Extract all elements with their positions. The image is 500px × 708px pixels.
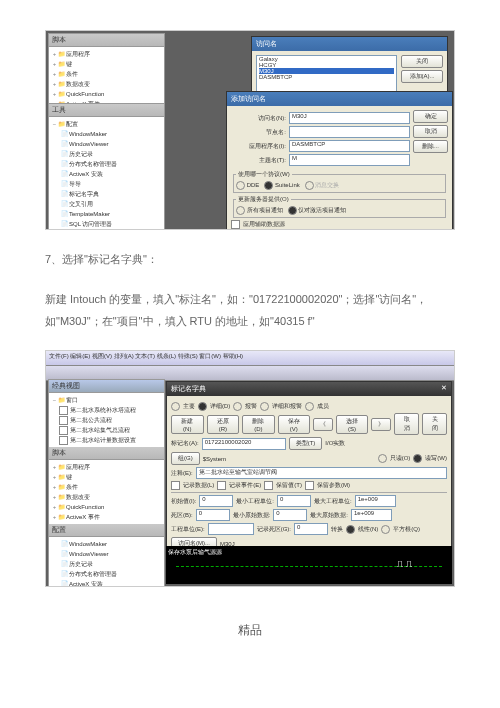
screenshot-1: · · · · · · · ·· · · · · · · · 脚本 +📁应用程序… — [45, 30, 455, 230]
select-button[interactable]: 选择(S) — [336, 415, 368, 434]
minraw-input[interactable]: 0 — [273, 509, 307, 521]
label: I/O实数 — [325, 439, 345, 448]
scripts-tree-2[interactable]: +📁应用程序 +📁键 +📁条件 +📁数据改变 +📁QuickFunction +… — [49, 460, 164, 524]
sqrt-radio[interactable] — [381, 525, 390, 534]
maxeu-input[interactable]: 1e+009 — [355, 495, 396, 507]
label: 更新服务器提供(O) — [236, 195, 291, 204]
tab-both-radio[interactable] — [260, 402, 269, 411]
instruction-text: 新建 Intouch 的变量，填入"标注名"，如："01722100002020… — [45, 288, 455, 332]
initval-input[interactable]: 0 — [199, 495, 233, 507]
poll-checkbox[interactable] — [231, 220, 240, 229]
screenshot-2: 文件(F) 编辑(E) 视图(V) 排列(A) 文本(T) 线条(L) 特殊(S… — [45, 350, 455, 587]
topic-input[interactable]: M — [289, 154, 410, 166]
engu-input[interactable] — [208, 523, 254, 535]
cancel-button[interactable]: 取消 — [413, 125, 448, 138]
lin-radio[interactable] — [346, 525, 355, 534]
logdata-check[interactable] — [171, 481, 180, 490]
label: 应用程序名(I): — [231, 142, 286, 151]
comment-input[interactable]: 第二批水站至输气室站调节阀 — [196, 467, 447, 479]
msgex-radio[interactable] — [305, 181, 314, 190]
active-radio[interactable] — [288, 206, 297, 215]
close-button[interactable]: 关闭 — [401, 55, 443, 68]
config-tree-2[interactable]: 📄WindowMaker 📄WindowViewer 📄历史记录 📄分布式名称管… — [49, 537, 164, 587]
add-access-dialog: 添加访问名 访问名(N):M30J 节点名: 应用程序名(I):DASMBTCP… — [226, 91, 453, 230]
ro-radio[interactable] — [378, 454, 387, 463]
label: 标记名(A): — [171, 439, 199, 448]
scripts-title: 脚本 — [49, 447, 164, 460]
label: 主题名(T): — [231, 156, 286, 165]
group-button[interactable]: 组(G) — [171, 452, 200, 465]
suitelink-radio[interactable] — [264, 181, 273, 190]
footer: 精品 — [45, 622, 455, 639]
next-button[interactable]: 》 — [371, 418, 391, 431]
label: $System — [203, 456, 226, 462]
accessname-input[interactable]: M30J — [289, 112, 410, 124]
scripts-panel-title: 脚本 — [49, 34, 164, 47]
tab-alarm-radio[interactable] — [233, 402, 242, 411]
label: 访问名(N): — [231, 114, 286, 123]
label: SuiteLink — [275, 182, 300, 188]
access-name-title: 访问名 — [252, 37, 447, 51]
label: 节点名: — [231, 128, 286, 137]
tab-member-radio[interactable] — [305, 402, 314, 411]
label: 使用哪一个协议(W) — [236, 170, 292, 179]
close-icon[interactable]: ✕ — [441, 384, 447, 392]
tab-detail-radio[interactable] — [198, 402, 207, 411]
app-input[interactable]: DASMBTCP — [289, 140, 410, 152]
tag-dict-title: 标记名字典✕ — [167, 382, 451, 396]
label: 所有项目通知 — [247, 207, 283, 213]
new-button[interactable]: 新建(N) — [171, 415, 204, 434]
list-item[interactable]: DASMBTCP — [259, 74, 394, 80]
label: 仅对激活项目通知 — [298, 207, 346, 213]
add-access-title: 添加访问名 — [227, 92, 452, 106]
step-text: 7、选择"标记名字典"： — [45, 248, 455, 270]
tools-panel-title: 工具 — [49, 104, 164, 117]
ok-button[interactable]: 确定 — [413, 110, 448, 123]
retainval-check[interactable] — [264, 481, 273, 490]
dde-radio[interactable] — [236, 181, 245, 190]
label: 应用辅助数据源 — [243, 220, 285, 229]
maxraw-input[interactable]: 1e+009 — [351, 509, 392, 521]
mineu-input[interactable]: 0 — [277, 495, 311, 507]
save-button[interactable]: 保存(V) — [278, 415, 310, 434]
windows-tree[interactable]: −📁窗口 第二批水系统补水塔流程 第二批公共流程 第二批水站集气总流程 第二批水… — [49, 393, 164, 447]
logdb-input[interactable]: 0 — [294, 523, 328, 535]
node-input[interactable] — [289, 126, 410, 138]
label: DDE — [247, 182, 260, 188]
tab-main-radio[interactable] — [171, 402, 180, 411]
label: 注释(E): — [171, 469, 193, 478]
label: 消息交换 — [315, 182, 339, 188]
fail-button[interactable]: 删除... — [413, 140, 448, 153]
config-title: 配置 — [49, 524, 164, 537]
rw-radio[interactable] — [413, 454, 422, 463]
type-button[interactable]: 类型(T) — [289, 437, 323, 450]
logevent-check[interactable] — [217, 481, 226, 490]
retainparam-check[interactable] — [305, 481, 314, 490]
cancel-button[interactable]: 取消 — [394, 413, 419, 435]
add-button[interactable]: 添加(A)... — [401, 70, 443, 83]
restore-button[interactable]: 还原(R) — [207, 415, 240, 434]
canvas-area: 保存水泵后输气源源 ⎍ ⎍ — [166, 546, 452, 584]
deadband-input[interactable]: 0 — [196, 509, 230, 521]
scripts-tree[interactable]: +📁应用程序 +📁键 +📁条件 +📁数据改变 +📁QuickFunction +… — [49, 47, 164, 111]
delete-button[interactable]: 删除(D) — [242, 415, 275, 434]
config-tree[interactable]: −📁配置 📄WindowMaker 📄WindowViewer 📄历史记录 📄分… — [49, 117, 164, 230]
tag-dictionary-dialog: 标记名字典✕ 主要 详细(D) 报警 详细和报警 成员 新建(N) 还原(R) … — [166, 381, 452, 571]
prev-button[interactable]: 《 — [313, 418, 333, 431]
menu-bar[interactable]: 文件(F) 编辑(E) 视图(V) 排列(A) 文本(T) 线条(L) 特殊(S… — [46, 351, 454, 366]
all-radio[interactable] — [236, 206, 245, 215]
view-title: 经典视图 — [49, 380, 164, 393]
tagname-input[interactable]: 01722100002020 — [202, 438, 286, 450]
close-button[interactable]: 关闭 — [422, 413, 447, 435]
